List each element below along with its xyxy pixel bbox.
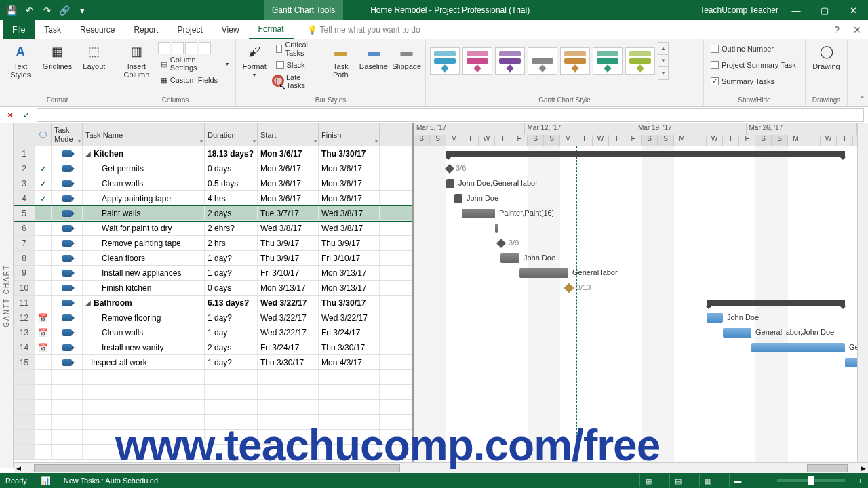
ribbon-close-icon[interactable]: ✕ [846,24,868,35]
maximize-button[interactable]: ▢ [814,1,835,20]
col-start[interactable]: Start▾ [258,123,319,146]
undo-icon[interactable]: ↶ [23,4,35,16]
table-row[interactable]: 13 📅 Clean walls 1 day Wed 3/22/17 Fri 3… [14,325,412,340]
column-settings-button[interactable]: ▤Column Settings▾ [158,57,231,70]
timescale: Mar 5, '17Mar 12, '17Mar 19, '17Mar 26, … [414,123,857,146]
task-bar[interactable] [723,328,751,338]
task-grid[interactable]: ⓘ Task Mode▾ Task Name▾ Duration▾ Start▾… [14,123,414,468]
ribbon-help-icon[interactable]: ? [827,24,846,35]
task-bar[interactable] [845,358,857,367]
collapse-ribbon-icon[interactable]: ⌃ [859,95,865,104]
entry-cancel-button[interactable]: ✕ [4,109,16,121]
watermark-text: www.teachucomp.com/free [115,420,660,470]
late-tasks-checkbox[interactable]: Late Tasks ↖ [273,75,323,88]
layout-button[interactable]: ⬚Layout [78,42,111,70]
gantt-style-gallery[interactable]: ▲▼▾ [430,42,699,80]
custom-fields-button[interactable]: ▦Custom Fields [158,73,231,87]
slack-checkbox[interactable]: Slack [273,58,323,72]
task-bar[interactable] [707,313,723,323]
table-row[interactable]: 1 ◢Kitchen 18.13 days? Mon 3/6/17 Thu 3/… [14,146,412,161]
table-row[interactable]: 12 📅 Remove flooring 1 day? Wed 3/22/17 … [14,310,412,325]
view-shortcut-3[interactable]: ▥ [699,474,715,487]
timescale-day: S [658,135,674,146]
view-shortcut-1[interactable]: ▦ [639,474,656,487]
task-bar[interactable] [495,224,498,233]
view-shortcut-4[interactable]: ▬ [729,474,745,487]
text-styles-button[interactable]: AText Styles [4,42,37,79]
tab-file[interactable]: File [3,20,35,39]
tell-me-search[interactable]: 💡 Tell me what you want to do [307,25,420,35]
col-indicator[interactable]: ⓘ [35,123,52,146]
format-barstyles-button[interactable]: 🖌Format▾ [240,42,269,78]
table-row[interactable]: 10 Finish kitchen 0 days Mon 3/13/17 Mon… [14,281,412,296]
align-buttons[interactable] [158,42,231,54]
table-row[interactable]: 7 Remove painting tape 2 hrs Thu 3/9/17 … [14,236,412,251]
task-bar[interactable] [462,209,495,218]
tab-view[interactable]: View [212,20,249,39]
timescale-day: T [804,135,821,146]
zoom-in-icon[interactable]: + [859,476,863,485]
task-bar[interactable] [519,268,568,278]
view-shortcut-2[interactable]: ▤ [669,474,686,487]
table-row[interactable]: 9 Install new appliances 1 day? Fri 3/10… [14,266,412,281]
zoom-out-icon[interactable]: − [759,476,763,485]
tab-task[interactable]: Task [35,20,71,39]
critical-tasks-checkbox[interactable]: Critical Tasks [273,42,323,56]
insert-column-button[interactable]: ▥Insert Column [119,42,154,79]
redo-icon[interactable]: ↷ [41,4,53,16]
style-swatch[interactable] [430,47,460,75]
col-task-mode[interactable]: Task Mode▾ [52,123,83,146]
vertical-scrollbar[interactable] [857,123,868,468]
task-bar[interactable] [446,179,454,188]
tab-report[interactable]: Report [124,20,167,39]
entry-accept-button[interactable]: ✓ [20,109,33,121]
group-label-showhide: Show/Hide [708,96,801,105]
table-row[interactable]: 11 ◢Bathroom 6.13 days? Wed 3/22/17 Thu … [14,296,412,310]
style-swatch[interactable] [528,47,557,75]
task-bar[interactable] [454,194,462,203]
link-icon[interactable]: 🔗 [58,4,71,16]
style-swatch[interactable] [593,47,623,75]
task-bar[interactable] [500,253,519,263]
slippage-button[interactable]: ▬Slippage [392,42,421,70]
table-row[interactable]: 2 ✓ Get permits 0 days Mon 3/6/17 Mon 3/… [14,161,412,176]
gallery-scroll[interactable]: ▲▼▾ [658,42,669,80]
tab-format[interactable]: Format [249,20,294,39]
summary-tasks-checkbox[interactable]: Summary Tasks [708,75,799,88]
timescale-day: T [495,135,511,146]
auto-schedule-icon [62,270,72,277]
zoom-slider[interactable] [777,479,845,482]
table-row[interactable]: 4 ✓ Apply painting tape 4 hrs Mon 3/6/17… [14,191,412,206]
baseline-button[interactable]: ▬Baseline [359,42,389,70]
minimize-button[interactable]: — [785,1,807,20]
style-swatch[interactable] [495,47,525,75]
drawing-button[interactable]: ◯Drawing [810,42,843,70]
gantt-chart[interactable]: Mar 5, '17Mar 12, '17Mar 19, '17Mar 26, … [414,123,857,468]
save-icon[interactable]: 💾 [5,4,18,16]
qat-more-icon[interactable]: ▾ [76,4,88,16]
entry-input[interactable] [37,108,864,122]
table-row[interactable]: 6 Wait for paint to dry 2 ehrs? Wed 3/8/… [14,221,412,236]
status-newtasks: New Tasks : Auto Scheduled [64,476,158,485]
table-row[interactable]: 8 Clean floors 1 day? Thu 3/9/17 Fri 3/1… [14,251,412,266]
gridlines-button[interactable]: ▦Gridlines [41,42,73,70]
col-task-name[interactable]: Task Name▾ [83,123,205,146]
auto-schedule-icon [62,225,72,232]
style-swatch[interactable] [625,47,655,75]
table-row[interactable]: 15 Inspect all work 1 day? Thu 3/30/17 M… [14,355,412,370]
col-finish[interactable]: Finish▾ [319,123,380,146]
project-summary-checkbox[interactable]: Project Summary Task [708,58,799,72]
table-row[interactable]: 5 Paint walls 2 days Tue 3/7/17 Wed 3/8/… [14,206,412,221]
task-bar[interactable] [751,343,845,352]
task-path-button[interactable]: ▬Task Path [326,42,355,79]
table-row[interactable]: 14 📅 Install new vanity 2 days Fri 3/24/… [14,340,412,355]
style-swatch[interactable] [560,47,590,75]
tab-resource[interactable]: Resource [71,20,124,39]
outline-number-checkbox[interactable]: Outline Number [708,42,799,56]
tab-project[interactable]: Project [167,20,212,39]
table-row[interactable]: 3 ✓ Clean walls 0.5 days Mon 3/6/17 Mon … [14,176,412,191]
col-duration[interactable]: Duration▾ [205,123,258,146]
status-ready: Ready [5,476,27,485]
close-button[interactable]: ✕ [842,1,864,20]
style-swatch[interactable] [462,47,492,75]
